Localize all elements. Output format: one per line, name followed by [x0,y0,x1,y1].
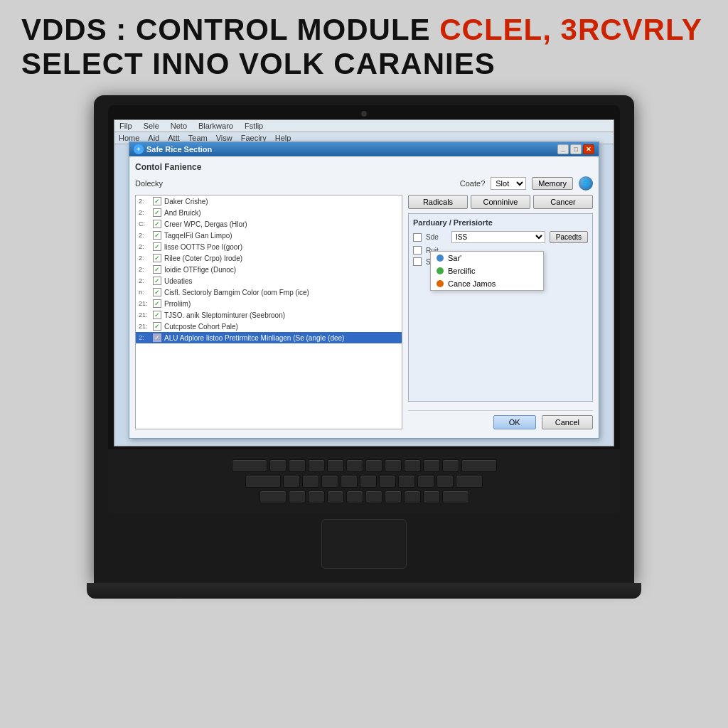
key-q[interactable] [269,459,287,472]
param-section: Parduary / Prerisiorte Sde ISS Pacedts [408,213,593,402]
key-r[interactable] [327,459,344,472]
conninive-button[interactable]: Conninive [471,195,530,209]
minimize-button[interactable]: _ [557,144,569,154]
dolecky-label: Dolecky [135,179,163,188]
key-b[interactable] [365,491,382,503]
screen: Filp Sele Neto Blarkwaro Fstlip Home Aid… [114,119,614,446]
section-title: Contol Fanience [135,162,593,172]
close-button[interactable]: ✕ [583,144,594,154]
list-item[interactable]: 2: ✓ Udeaties [136,275,402,287]
key-tab[interactable] [232,459,267,472]
key-g[interactable] [360,475,377,488]
dialog-footer: OK Cancel [408,410,593,429]
memory-button[interactable]: Memory [532,177,573,190]
key-n[interactable] [385,491,402,503]
header-line2: SELECT INNO VOLK CARANIES [21,47,707,81]
key-s[interactable] [302,475,319,488]
param-title: Parduary / Prerisiorte [413,218,588,227]
list-item[interactable]: 21: ✓ Prroliim) [136,298,402,309]
key-c[interactable] [327,491,344,503]
list-item[interactable]: 21: ✓ TJSO. anik Sleptominturer (Seebroo… [136,309,402,321]
key-enter[interactable] [456,475,483,488]
param-select-iss[interactable]: ISS [451,231,545,243]
dot-icon-blue [437,255,444,262]
key-l[interactable] [437,475,454,488]
list-item[interactable]: 2: ✓ Rilee (Coter Crpo) Irode) [136,252,402,264]
dropdown-item-cance[interactable]: Cance Jamos [431,277,543,290]
win-menubar: Filp Sele Neto Blarkwaro Fstlip [114,120,614,132]
list-item[interactable]: 2: ✓ And Bruick) [136,207,402,218]
dot-icon-green [437,267,444,274]
list-item[interactable]: C: ✓ Creer WPC, Dergas (Hlor) [136,218,402,230]
header-black-text: VDDS : CONTROL MODULE [21,13,431,46]
key-v[interactable] [346,491,363,503]
key-caps[interactable] [245,475,281,488]
key-d[interactable] [321,475,338,488]
key-y[interactable] [365,459,382,472]
list-item-selected[interactable]: 2: ✓ ALU Adplore listoo Pretirmitce Minl… [136,332,402,343]
key-shift-l[interactable] [259,491,287,503]
key-a[interactable] [283,475,300,488]
ok-button[interactable]: OK [493,415,536,429]
key-o[interactable] [423,459,440,472]
key-p[interactable] [442,459,459,472]
key-x[interactable] [308,491,325,503]
menu-help[interactable]: Fstlip [242,121,265,131]
key-k[interactable] [417,475,434,488]
dropdown-item-berciific[interactable]: Berciific [431,264,543,277]
param-checkbox-ruit[interactable] [413,246,422,255]
laptop-base [87,583,641,599]
key-u[interactable] [385,459,402,472]
key-h[interactable] [379,475,396,488]
list-item[interactable]: 2: ✓ TagqeIFil Gan Limpo) [136,230,402,241]
maximize-button[interactable]: □ [570,144,582,154]
list-item[interactable]: 2: ✓ Daker Crishe) [136,196,402,207]
param-checkbox-sut[interactable] [413,257,422,266]
list-scroll[interactable]: 2: ✓ Daker Crishe) 2: ✓ And Bruick) [136,196,402,429]
slot-select[interactable]: Slot [491,177,526,190]
cancer-button[interactable]: Cancer [533,195,593,209]
key-z[interactable] [289,491,306,503]
right-panel: Radicals Conninive Cancer Parduary / Pre… [408,195,593,429]
titlebar-controls: _ □ ✕ [557,144,594,154]
param-checkbox-sde[interactable] [413,233,422,242]
dialog-titlebar: + Safe Rice Section _ □ ✕ [129,142,599,156]
list-item[interactable]: 21: ✓ Cutcposte Cohort Pale) [136,321,402,332]
top-controls: Dolecky Coate? Slot Memory 🌐 [135,176,593,191]
menu-sele[interactable]: Sele [141,121,161,131]
key-f[interactable] [341,475,358,488]
laptop-container: Filp Sele Neto Blarkwaro Fstlip Home Aid… [0,95,728,599]
key-j[interactable] [398,475,415,488]
key-w[interactable] [289,459,306,472]
menu-blarkwaro[interactable]: Blarkwaro [196,121,235,131]
list-panel: 2: ✓ Daker Crishe) 2: ✓ And Bruick) [135,195,402,429]
dropdown-item-sar[interactable]: Sar' [431,252,543,264]
cancel-button[interactable]: Cancel [542,415,593,429]
key-shift-r[interactable] [442,491,469,503]
dot-icon-orange [437,280,444,287]
main-split: 2: ✓ Daker Crishe) 2: ✓ And Bruick) [135,195,593,429]
dropdown-popup: Sar' Berciific [430,251,544,291]
pacedts-button[interactable]: Pacedts [550,231,588,243]
header-red-text: CCLEL, 3RCVRLY [439,13,702,46]
header-area: VDDS : CONTROL MODULE CCLEL, 3RCVRLY SEL… [0,0,728,88]
key-i[interactable] [404,459,421,472]
list-item[interactable]: 2: ✓ Ioidie OTFfige (Dunoc) [136,264,402,275]
radicals-button[interactable]: Radicals [408,195,468,209]
key-bs[interactable] [461,459,497,472]
list-item[interactable]: n: ✓ Cisfl. Sectoroly Barngim Color (oom… [136,287,402,298]
key-comma[interactable] [423,491,440,503]
key-m[interactable] [404,491,421,503]
globe-icon: 🌐 [579,176,593,191]
screen-bezel: Filp Sele Neto Blarkwaro Fstlip Home Aid… [108,105,620,449]
list-item[interactable]: 2: ✓ lisse OОТTS Poe I(goor) [136,241,402,252]
key-t[interactable] [346,459,363,472]
header-line1: VDDS : CONTROL MODULE CCLEL, 3RCVRLY [21,13,707,47]
trackpad[interactable] [321,519,407,569]
trackpad-area [108,519,620,576]
key-e[interactable] [308,459,325,472]
menu-neto[interactable]: Neto [168,121,189,131]
menu-filp[interactable]: Filp [117,121,134,131]
coate-label: Coate? [460,179,485,188]
key-row-3 [259,491,469,503]
